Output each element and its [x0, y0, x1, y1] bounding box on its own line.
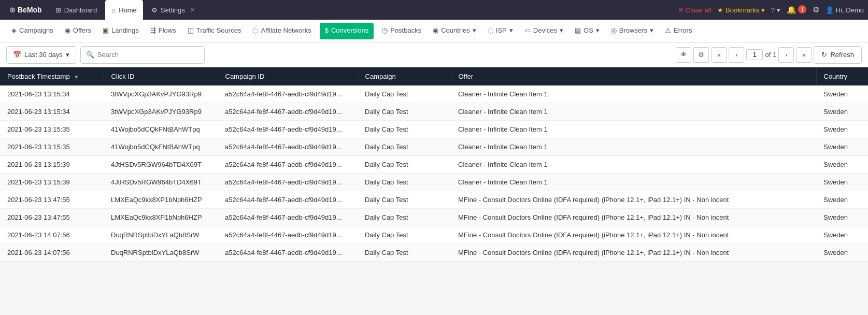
column-header-offer[interactable]: Offer	[451, 67, 816, 85]
settings-tab-close[interactable]: ✕	[190, 7, 195, 13]
last-page-button[interactable]: »	[796, 47, 812, 63]
sidebar-item-campaigns[interactable]: ◈ Campaigns	[6, 20, 59, 42]
cell-offer: MFine - Consult Doctors Online (IDFA req…	[451, 226, 816, 244]
table-row[interactable]: 2021-06-23 14:07:56 DuqRNRSptbiDxYLaQb8S…	[0, 226, 868, 244]
table-row[interactable]: 2021-06-23 13:15:35 41Wojbo5dCQkFNtBAhWT…	[0, 121, 868, 138]
cell-campaign: Daily Cap Test	[358, 103, 451, 121]
cell-timestamp: 2021-06-23 13:47:55	[0, 209, 104, 226]
table-row[interactable]: 2021-06-23 13:15:34 3tWVpcXGp3AKvPJYG93R…	[0, 103, 868, 121]
first-page-button[interactable]: «	[711, 47, 727, 63]
column-header-country[interactable]: Country	[816, 67, 868, 85]
table-row[interactable]: 2021-06-23 14:07:56 DuqRNRSptbiDxYLaQb8S…	[0, 244, 868, 262]
sidebar-item-browsers[interactable]: ◎ Browsers ▾	[606, 20, 659, 42]
cell-clickid: 4JtHSDv5RGW964bTD4X69T	[104, 174, 218, 191]
cell-campaignid: a52c64a4-fe8f-4467-aedb-cf9d49d19...	[218, 138, 358, 156]
visibility-button[interactable]: 👁	[676, 47, 691, 63]
cell-offer: MFine - Consult Doctors Online (IDFA req…	[451, 191, 816, 209]
sidebar-item-affiliate-networks[interactable]: ◌ Affilate Networks	[247, 20, 316, 42]
sidebar-item-offers[interactable]: ◉ Offers	[60, 20, 96, 42]
cell-country: Sweden	[816, 138, 868, 156]
cell-campaign: Daily Cap Test	[358, 209, 451, 226]
calendar-icon: 📅	[13, 51, 21, 59]
sidebar-item-countries[interactable]: ◉ Countries ▾	[428, 20, 481, 42]
cell-timestamp: 2021-06-23 13:15:34	[0, 85, 104, 103]
table-row[interactable]: 2021-06-23 13:15:39 4JtHSDv5RGW964bTD4X6…	[0, 156, 868, 174]
column-header-clickid[interactable]: Click ID	[104, 67, 218, 85]
last-page-icon: »	[802, 51, 806, 59]
search-input[interactable]	[97, 51, 199, 59]
tab-settings[interactable]: ⚙ Settings ✕	[145, 0, 201, 20]
notification-badge: 1	[798, 5, 806, 13]
cell-offer: Cleaner - Infinite Clean Item 1	[451, 138, 816, 156]
cell-campaign: Daily Cap Test	[358, 174, 451, 191]
sidebar-item-isp[interactable]: ◌ ISP ▾	[482, 20, 518, 42]
cell-campaign: Daily Cap Test	[358, 138, 451, 156]
logo-text: BeMob	[18, 6, 42, 14]
cell-campaignid: a52c64a4-fe8f-4467-aedb-cf9d49d19...	[218, 103, 358, 121]
star-icon: ★	[717, 6, 723, 14]
next-page-button[interactable]: ›	[778, 47, 794, 63]
table-row[interactable]: 2021-06-23 13:15:34 3tWVpcXGp3AKvPJYG93R…	[0, 85, 868, 103]
sidebar-item-landings[interactable]: ▣ Landings	[97, 20, 144, 42]
dollar-icon: $	[325, 26, 329, 34]
cell-campaignid: a52c64a4-fe8f-4467-aedb-cf9d49d19...	[218, 174, 358, 191]
sidebar-item-os[interactable]: ▤ OS ▾	[570, 20, 605, 42]
dashboard-icon: ⊞	[55, 6, 61, 14]
date-chevron-icon: ▾	[66, 51, 69, 59]
cell-offer: Cleaner - Infinite Clean Item 1	[451, 103, 816, 121]
cell-country: Sweden	[816, 191, 868, 209]
search-box[interactable]: 🔍	[80, 46, 205, 64]
eye-icon: 👁	[680, 51, 687, 59]
search-icon: 🔍	[86, 51, 94, 59]
gear-icon: ⚙	[698, 51, 704, 59]
help-chevron-icon: ▾	[777, 6, 780, 14]
prev-page-button[interactable]: ‹	[729, 47, 744, 63]
logo: ⊕ BeMob	[4, 6, 47, 14]
cell-timestamp: 2021-06-23 13:15:39	[0, 174, 104, 191]
cell-campaign: Daily Cap Test	[358, 85, 451, 103]
page-number-input[interactable]	[746, 49, 763, 60]
isp-chevron-icon: ▾	[509, 26, 513, 34]
refresh-button[interactable]: ↻ Refresh	[814, 46, 862, 64]
cell-clickid: 41Wojbo5dCQkFNtBAhWTpq	[104, 138, 218, 156]
sidebar-item-postbacks[interactable]: ◷ Postbacks	[377, 20, 426, 42]
postbacks-icon: ◷	[382, 26, 388, 34]
date-range-button[interactable]: 📅 Last 30 days ▾	[6, 46, 76, 64]
sidebar-item-errors[interactable]: ⚠ Errors	[660, 20, 697, 42]
tab-dashboard[interactable]: ⊞ Dashboard	[49, 0, 104, 20]
table-row[interactable]: 2021-06-23 13:47:55 LMXEaQc9kx8XP1bNph6H…	[0, 209, 868, 226]
user-menu[interactable]: 👤 Hi, Demo	[826, 6, 864, 14]
cell-clickid: 3tWVpcXGp3AKvPJYG93Rp9	[104, 85, 218, 103]
cell-timestamp: 2021-06-23 13:15:39	[0, 156, 104, 174]
column-header-campaign[interactable]: Campaign	[358, 67, 451, 85]
column-header-timestamp[interactable]: Postback Timestamp ▼	[0, 67, 104, 85]
cell-country: Sweden	[816, 103, 868, 121]
cell-timestamp: 2021-06-23 13:15:35	[0, 138, 104, 156]
bookmarks-button[interactable]: ★ Bookmarks ▾	[717, 6, 764, 14]
table-row[interactable]: 2021-06-23 13:47:55 LMXEaQc9kx8XP1bNph6H…	[0, 191, 868, 209]
sidebar-item-conversions[interactable]: $ Conversions	[320, 23, 374, 39]
cell-country: Sweden	[816, 85, 868, 103]
navbar: ◈ Campaigns ◉ Offers ▣ Landings ⇶ Flows …	[0, 20, 868, 42]
conversions-table: Postback Timestamp ▼ Click ID Campaign I…	[0, 67, 868, 262]
table-row[interactable]: 2021-06-23 13:15:35 41Wojbo5dCQkFNtBAhWT…	[0, 138, 868, 156]
cell-campaignid: a52c64a4-fe8f-4467-aedb-cf9d49d19...	[218, 209, 358, 226]
sidebar-item-flows[interactable]: ⇶ Flows	[145, 20, 181, 42]
sidebar-item-devices[interactable]: ▭ Devices ▾	[519, 20, 568, 42]
cell-clickid: DuqRNRSptbiDxYLaQb8SrW	[104, 244, 218, 262]
chevron-down-icon: ▾	[761, 6, 765, 14]
os-icon: ▤	[575, 26, 581, 34]
table-row[interactable]: 2021-06-23 13:15:39 4JtHSDv5RGW964bTD4X6…	[0, 174, 868, 191]
cell-campaignid: a52c64a4-fe8f-4467-aedb-cf9d49d19...	[218, 85, 358, 103]
columns-settings-button[interactable]: ⚙	[693, 47, 709, 63]
isp-icon: ◌	[488, 26, 493, 34]
settings-icon[interactable]: ⚙	[813, 5, 819, 15]
affiliate-networks-icon: ◌	[252, 26, 258, 34]
column-header-campaignid[interactable]: Campaign ID	[218, 67, 358, 85]
sidebar-item-traffic-sources[interactable]: ◫ Traffic Sources	[182, 20, 247, 42]
tab-home[interactable]: ⌂ Home	[105, 0, 143, 20]
close-all-button[interactable]: ✕ Close all	[678, 6, 711, 14]
help-button[interactable]: ? ▾	[771, 6, 780, 14]
cell-country: Sweden	[816, 156, 868, 174]
notifications-button[interactable]: 🔔 1	[787, 5, 807, 15]
